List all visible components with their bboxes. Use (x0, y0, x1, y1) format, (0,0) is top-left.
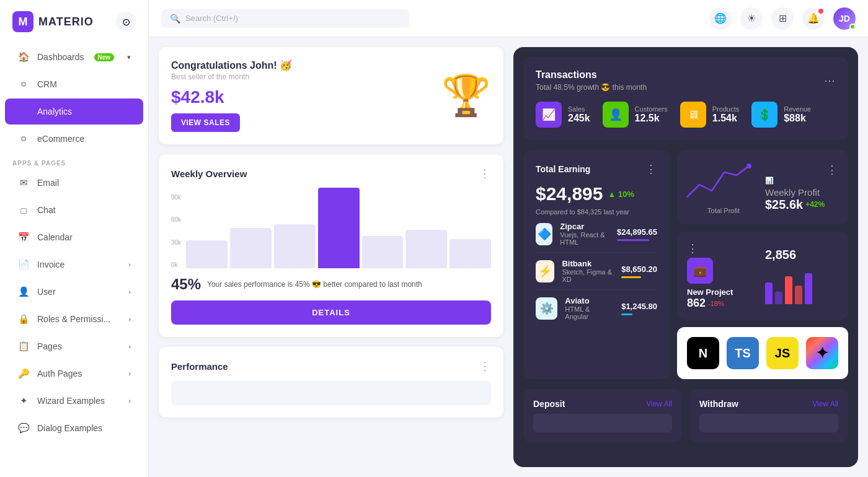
left-column: Congratulations John! 🥳 Best seller of t… (159, 47, 503, 467)
typescript-logo: TS (727, 337, 759, 369)
revenue-value: $88k (784, 113, 811, 124)
stat-products: 🖥 Products 1.54k (680, 102, 739, 128)
products-value: 1.54k (712, 113, 739, 124)
stat-revenue: 💲 Revenue $88k (751, 102, 811, 128)
project-right: 2,856 (765, 248, 838, 304)
bitbank-bar (621, 276, 641, 278)
sales-icon: 📈 (536, 102, 562, 128)
withdraw-view-all[interactable]: View All (812, 400, 838, 408)
sales-label: Sales (568, 105, 590, 113)
sidebar-item-crm[interactable]: CRM (5, 71, 143, 97)
project-icon: 💼 (687, 258, 713, 284)
sidebar-item-auth[interactable]: 🔑 Auth Pages › (5, 361, 143, 387)
customers-value: 12.5k (635, 113, 668, 124)
search-box[interactable]: 🔍 Search (Ctrl+/) (161, 9, 409, 28)
sidebar-item-wizard[interactable]: ✦ Wizard Examples › (5, 388, 143, 414)
congrats-left: Congratulations John! 🥳 Best seller of t… (171, 59, 292, 132)
project-menu-icon[interactable]: ⋮ (687, 242, 699, 255)
sidebar-item-dashboards[interactable]: 🏠 Dashboards New ▾ (5, 44, 143, 70)
deposit-view-all[interactable]: View All (646, 400, 672, 408)
deposit-title: Deposit (533, 399, 565, 409)
deposit-header: Deposit View All (533, 399, 672, 409)
y-label-60k: 60k (171, 216, 181, 223)
invoice-icon: 📄 (17, 258, 30, 271)
main-content: 🔍 Search (Ctrl+/) 🌐 ☀ ⊞ 🔔 JD Congratulat… (149, 0, 868, 477)
earning-menu-icon[interactable]: ⋮ (645, 162, 657, 176)
bar-2 (230, 228, 272, 268)
nextjs-logo: N (687, 337, 719, 369)
bitbank-logo: ⚡ (536, 260, 554, 282)
weekly-profit-value: $25.6k (765, 198, 803, 212)
sidebar-item-user-label: User (37, 287, 56, 297)
transaction-zipcar: 🔷 Zipcar Vuejs, React & HTML $24,895.65 (536, 216, 657, 253)
bitbank-sub: Sketch, Figma & XD (562, 268, 614, 283)
congrats-card: Congratulations John! 🥳 Best seller of t… (159, 47, 503, 144)
zipcar-amount: $24,895.65 (617, 227, 657, 237)
bar-6 (405, 230, 447, 268)
stat-customers-info: Customers 12.5k (635, 105, 668, 124)
notification-badge (818, 9, 823, 14)
sidebar-item-roles[interactable]: 🔒 Roles & Permissi... › (5, 306, 143, 332)
mini-bar-5 (805, 273, 812, 304)
transactions-card: Transactions Total 48.5% growth 😎 this m… (523, 57, 848, 140)
details-button[interactable]: DETAILS (171, 300, 491, 325)
project-value-row: 862 -18% (687, 297, 760, 310)
avatar[interactable]: JD (833, 7, 856, 30)
stat-sales: 📈 Sales 245k (536, 102, 590, 128)
growth-emoji: 😎 (601, 83, 612, 92)
bar-4-active (318, 188, 360, 268)
sidebar-item-pages-label: Pages (37, 341, 62, 351)
withdraw-title: Withdraw (699, 399, 738, 409)
zipcar-name: Zipcar (560, 222, 609, 231)
weekly-perf-text: Your sales performance is 45% 😎 better c… (207, 280, 422, 289)
weekly-menu-icon[interactable]: ⋮ (479, 167, 491, 180)
earning-title: Total Earning (536, 164, 590, 174)
pages-icon: 📋 (17, 340, 30, 352)
aviato-sub: HTML & Angular (565, 305, 614, 320)
sidebar-item-ecommerce-label: eCommerce (37, 134, 84, 144)
sidebar: M MATERIO ⊙ 🏠 Dashboards New ▾ CRM Analy… (0, 0, 149, 477)
sidebar-item-dialog-label: Dialog Examples (37, 423, 102, 433)
project-left: ⋮ 💼 New Project 862 -18% (687, 242, 760, 310)
total-earning-card: Total Earning ⋮ $24,895 ▲ 10% Compared t… (523, 150, 670, 379)
earning-amount: $24,895 (536, 183, 603, 204)
svg-point-0 (746, 164, 751, 168)
sidebar-item-chat[interactable]: □ Chat (5, 197, 143, 223)
bar-7 (450, 239, 491, 268)
theme-icon[interactable]: ☀ (740, 7, 763, 30)
new-project-growth: -18% (708, 300, 724, 307)
sidebar-item-user[interactable]: 👤 User › (5, 279, 143, 305)
weekly-overview-card: Weekly Overview ⋮ 90k 60k 30k 0k (159, 154, 503, 337)
chevron-down-icon: ▾ (127, 53, 131, 61)
notifications-icon[interactable]: 🔔 (802, 7, 825, 30)
header-actions: 🌐 ☀ ⊞ 🔔 JD (709, 7, 856, 30)
project-total: 2,856 (765, 248, 838, 262)
y-label-30k: 30k (171, 239, 181, 246)
sidebar-item-pages[interactable]: 📋 Pages › (5, 333, 143, 359)
weekly-profit-growth: +42% (805, 200, 825, 209)
wizard-icon: ✦ (17, 395, 30, 407)
earning-growth: ▲ 10% (608, 190, 634, 199)
translate-icon[interactable]: 🌐 (709, 7, 732, 30)
zipcar-amount-col: $24,895.65 (617, 227, 657, 241)
new-project-card: ⋮ 💼 New Project 862 -18% 2,856 (677, 232, 848, 320)
search-icon: 🔍 (170, 14, 180, 24)
sidebar-item-analytics[interactable]: Analytics (5, 98, 143, 125)
sidebar-item-dialog[interactable]: 💬 Dialog Examples (5, 415, 143, 441)
dashboard-content: Congratulations John! 🥳 Best seller of t… (149, 37, 868, 477)
sidebar-item-calendar[interactable]: 📅 Calendar (5, 224, 143, 250)
mini-bar-3 (785, 276, 792, 304)
transactions-menu-icon[interactable]: ⋯ (824, 74, 836, 87)
sidebar-item-crm-label: CRM (37, 79, 57, 89)
profit-menu-icon[interactable]: ⋮ (765, 163, 838, 177)
sidebar-item-ecommerce[interactable]: eCommerce (5, 126, 143, 152)
chevron-right-icon-3: › (128, 315, 131, 323)
performance-menu-icon[interactable]: ⋮ (479, 359, 491, 373)
sidebar-item-email[interactable]: ✉ Email (5, 170, 143, 196)
stat-sales-info: Sales 245k (568, 105, 590, 124)
sidebar-pin-icon[interactable]: ⊙ (116, 12, 136, 32)
view-sales-button[interactable]: VIEW SALES (171, 113, 240, 132)
stats-row: 📈 Sales 245k 👤 Customers 12.5k (536, 102, 836, 128)
apps-grid-icon[interactable]: ⊞ (771, 7, 794, 30)
sidebar-item-invoice[interactable]: 📄 Invoice › (5, 252, 143, 278)
